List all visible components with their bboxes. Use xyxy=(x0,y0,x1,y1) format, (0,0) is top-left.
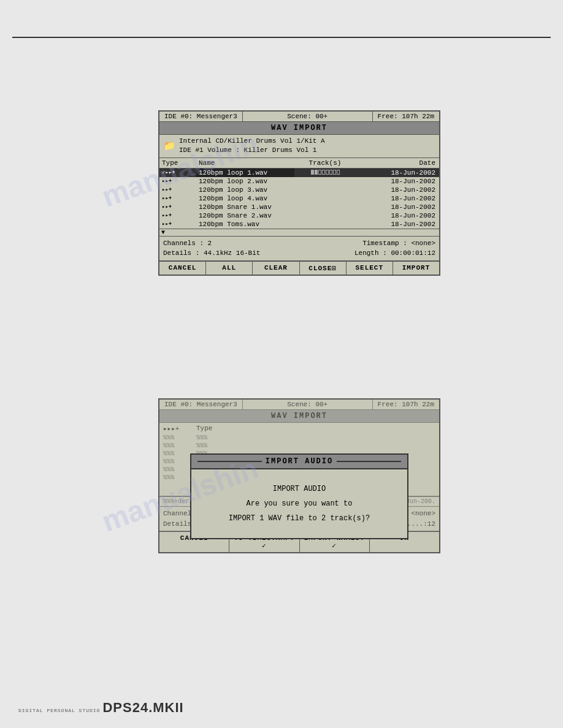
file-tracks-cell xyxy=(294,220,356,229)
table-row[interactable]: ▸▸+120bpm Snare 2.wav18-Jun-2002 xyxy=(159,211,439,220)
modal-title: IMPORT AUDIO xyxy=(266,457,333,466)
import-audio-dialog: IMPORT AUDIO IMPORT AUDIO Are you sure y… xyxy=(190,453,408,539)
bg-row-2: %%%%%% xyxy=(163,434,435,441)
table-row[interactable]: ▸▸+120bpm loop 3.wav18-Jun-2002 xyxy=(159,186,439,194)
logo-large-text: DPS24.MKII xyxy=(102,700,183,716)
info-left-1: Channels : 2 Details : 44.1kHz 16-Bit xyxy=(163,238,299,259)
path-bar-1: 📁 Internal CD/Killer Drums Vol 1/Kit A I… xyxy=(159,135,439,158)
top-rule xyxy=(12,37,551,38)
length-label: Length : 00:00:01:12 xyxy=(299,248,435,259)
panel1-btn-all[interactable]: ALL xyxy=(206,262,253,275)
file-type-cell: ▸▸+ xyxy=(159,211,196,220)
file-name-cell: 120bpm Snare 1.wav xyxy=(196,203,294,211)
table-row[interactable]: ▸▸+120bpm loop 4.wav18-Jun-2002 xyxy=(159,194,439,203)
bg-hash3: %%% xyxy=(163,450,194,457)
ide-status-2: IDE #0: Messenger3 xyxy=(159,400,243,409)
bg-hash2: %%% xyxy=(163,442,194,449)
path-text: Internal CD/Killer Drums Vol 1/Kit A IDE… xyxy=(179,137,325,156)
file-date-cell: 18-Jun-2002 xyxy=(356,211,439,220)
panel1-title: WAV IMPORT xyxy=(159,122,439,135)
status-bar-2: IDE #0: Messenger3 Scene: 00+ Free: 107h… xyxy=(159,400,439,410)
path-line2: IDE #1 Volume : Killer Drums Vol 1 xyxy=(179,146,325,155)
file-type-cell: ▸▸+ xyxy=(159,203,196,211)
wav-import-panel-1: IDE #0: Messenger3 Scene: 00+ Free: 107h… xyxy=(158,110,440,276)
table-row[interactable]: ✓▸▸+120bpm loop 1.wav18-Jun-2002 xyxy=(159,168,439,177)
col-tracks: Track(s) xyxy=(294,158,356,169)
status-bar-1: IDE #0: Messenger3 Scene: 00+ Free: 107h… xyxy=(159,112,439,122)
file-name-cell: 120bpm loop 2.wav xyxy=(196,177,294,186)
col-date: Date xyxy=(356,158,439,169)
file-name-cell: 120bpm loop 3.wav xyxy=(196,186,294,194)
file-type-cell: ▸▸+ xyxy=(159,186,196,194)
free-status: Free: 107h 22m xyxy=(373,112,439,121)
file-date-cell: 18-Jun-2002 xyxy=(356,220,439,229)
down-arrow-icon: ▼ xyxy=(161,229,165,236)
info-right-1: Timestamp : <none> Length : 00:00:01:12 xyxy=(299,238,435,259)
table-header-row: Type Name Track(s) Date xyxy=(159,158,439,169)
channels-label: Channels : 2 xyxy=(163,238,299,249)
file-type-cell: ✓▸▸+ xyxy=(159,168,196,177)
col-type: Type xyxy=(159,158,196,169)
bg-hash6: %%% xyxy=(163,474,194,481)
bg-row-1: ▸▸▸+ Type xyxy=(163,425,435,433)
file-name-cell: 120bpm Toms.wav xyxy=(196,220,294,229)
ide-status: IDE #0: Messenger3 xyxy=(159,112,243,121)
scene-status-2: Scene: 00+ xyxy=(243,400,373,409)
file-name-cell: 120bpm loop 1.wav xyxy=(196,168,294,177)
file-type-cell: ▸▸+ xyxy=(159,194,196,203)
file-date-cell: 18-Jun-2002 xyxy=(356,177,439,186)
file-date-cell: 18-Jun-2002 xyxy=(356,194,439,203)
modal-body: IMPORT AUDIO Are you sure you want to IM… xyxy=(191,469,407,538)
panel1-btn-clear[interactable]: CLEAR xyxy=(253,262,299,275)
modal-line2: Are you sure you want to xyxy=(201,496,397,511)
details-label: Details : 44.1kHz 16-Bit xyxy=(163,248,299,259)
free-status-2: Free: 107h 22m xyxy=(373,400,439,409)
col-name: Name xyxy=(196,158,294,169)
modal-line1: IMPORT AUDIO xyxy=(201,482,397,496)
panel1-btn-cancel[interactable]: CANCEL xyxy=(159,262,206,275)
page-container: manualshin manualshin IDE #0: Messenger3… xyxy=(0,0,563,728)
bg-hash5: %%% xyxy=(163,466,194,473)
file-name-cell: 120bpm loop 4.wav xyxy=(196,194,294,203)
bottom-logo: DIGITAL PERSONAL STUDIO DPS24.MKII xyxy=(18,700,184,716)
bg-hash4: %%% xyxy=(163,458,194,465)
file-date-cell: 18-Jun-2002 xyxy=(356,203,439,211)
bg-hash1: %%% xyxy=(163,434,194,441)
folder-icon: 📁 xyxy=(163,140,175,152)
timestamp-label: Timestamp : <none> xyxy=(299,238,435,249)
panel1-btn-select[interactable]: SELECT xyxy=(347,262,393,275)
file-tracks-cell xyxy=(294,177,356,186)
info-bar-1: Channels : 2 Details : 44.1kHz 16-Bit Ti… xyxy=(159,236,439,261)
bg-file2: %%% xyxy=(196,442,207,449)
scene-status: Scene: 00+ xyxy=(243,112,373,121)
path-line1: Internal CD/Killer Drums Vol 1/Kit A xyxy=(179,137,325,146)
panel2-title: WAV IMPORT xyxy=(159,410,439,423)
file-name-cell: 120bpm Snare 2.wav xyxy=(196,211,294,220)
file-table-container: Type Name Track(s) Date ✓▸▸+120bpm loop … xyxy=(159,158,439,229)
modal-line3: IMPORT 1 WAV file to 2 track(s)? xyxy=(201,511,397,526)
scroll-arrow: ▼ xyxy=(159,229,439,236)
file-date-cell: 18-Jun-2002 xyxy=(356,168,439,177)
table-row[interactable]: ▸▸+120bpm loop 2.wav18-Jun-2002 xyxy=(159,177,439,186)
file-tracks-cell xyxy=(294,194,356,203)
modal-title-bar: IMPORT AUDIO xyxy=(191,455,407,469)
panel2-content-area: ▸▸▸+ Type %%%%%% %%%%%% %%%%%% %%%%%% %%… xyxy=(159,423,439,496)
file-tracks-cell xyxy=(294,168,356,177)
file-tracks-cell xyxy=(294,211,356,220)
file-tracks-cell xyxy=(294,203,356,211)
panel1-btn-close-[interactable]: CLOSE⊡ xyxy=(300,262,347,275)
bg-row-3: %%%%%% xyxy=(163,442,435,449)
wav-import-panel-2: IDE #0: Messenger3 Scene: 00+ Free: 107h… xyxy=(158,398,440,553)
file-type-cell: ▸▸+ xyxy=(159,220,196,229)
table-row[interactable]: ▸▸+120bpm Snare 1.wav18-Jun-2002 xyxy=(159,203,439,211)
file-type-cell: ▸▸+ xyxy=(159,177,196,186)
file-date-cell: 18-Jun-2002 xyxy=(356,186,439,194)
file-tracks-cell xyxy=(294,186,356,194)
logo-small-text: DIGITAL PERSONAL STUDIO xyxy=(18,708,100,713)
bg-icon: ▸▸▸+ xyxy=(163,425,194,433)
table-row[interactable]: ▸▸+120bpm Toms.wav18-Jun-2002 xyxy=(159,220,439,229)
bg-file1: %%% xyxy=(196,434,207,441)
panel1-btn-import[interactable]: IMPORT xyxy=(393,262,439,275)
bg-type: Type xyxy=(196,425,212,433)
button-bar-1: CANCELALLCLEARCLOSE⊡SELECTIMPORT xyxy=(159,261,439,275)
